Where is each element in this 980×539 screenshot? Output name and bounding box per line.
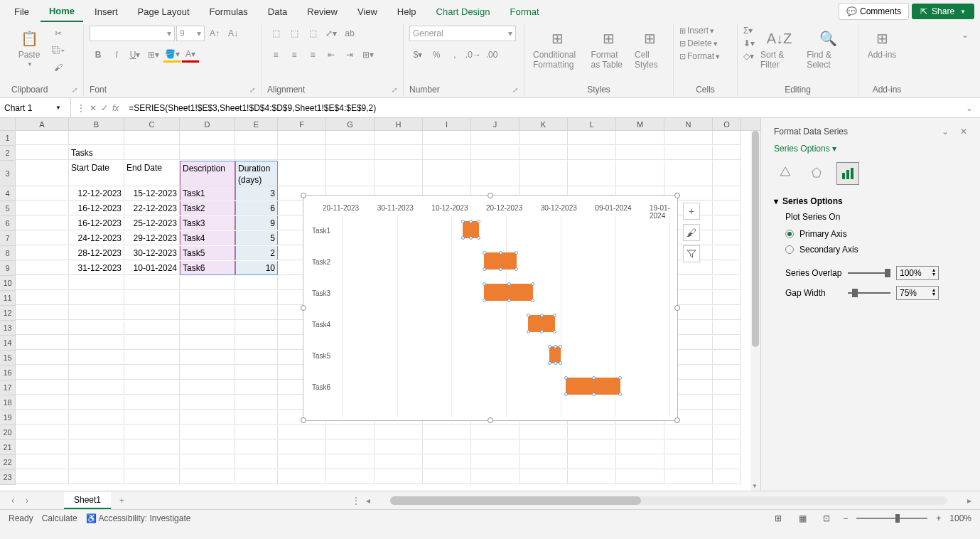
row-header[interactable]: 1 [0,131,16,146]
menu-data[interactable]: Data [259,2,296,21]
close-panel-icon[interactable]: ✕ [960,127,967,137]
cell[interactable] [375,470,423,484]
cell[interactable] [69,380,124,395]
cell[interactable] [124,365,180,380]
cell[interactable] [16,201,69,215]
row-header[interactable]: 19 [0,410,16,425]
cell[interactable] [713,231,741,245]
cell[interactable] [423,455,471,469]
format-painter-button[interactable]: 🖌 [50,60,67,75]
sheet-tab[interactable]: Sheet1 [64,492,111,509]
addins-button[interactable]: ⊞Add-ins [864,26,900,63]
cell[interactable] [423,146,471,160]
formula-input[interactable]: =SERIES(Sheet1!$E$3,Sheet1!$D$4:$D$9,She… [124,103,959,113]
cell[interactable] [180,440,235,454]
series-options-section[interactable]: ▾ Series Options [774,196,967,206]
cell[interactable]: Task6 [180,261,235,275]
cell[interactable] [16,146,69,160]
cell[interactable] [326,440,375,454]
cell[interactable] [16,336,69,350]
gap-width-input[interactable]: 75%▴▾ [896,286,939,300]
cell[interactable]: 10 [235,261,278,275]
cell[interactable] [180,291,235,305]
cell[interactable]: Tasks [69,146,124,160]
cell[interactable] [664,440,713,454]
cell[interactable] [664,131,713,145]
orientation-button[interactable]: ⤢▾ [323,26,340,41]
cell[interactable] [235,455,278,469]
cell[interactable] [713,261,741,275]
cell[interactable] [616,470,664,484]
cell[interactable] [713,455,741,469]
cell[interactable] [69,470,124,484]
secondary-axis-radio[interactable]: Secondary Axis [774,242,967,257]
horizontal-scrollbar[interactable] [390,496,947,505]
cell[interactable] [713,321,741,335]
prev-sheet-button[interactable]: ‹ [9,496,17,506]
font-size-selector[interactable]: 9▾ [176,26,205,41]
expand-formula-icon[interactable]: ⌄ [959,103,980,113]
col-header[interactable]: A [16,118,69,130]
cell[interactable] [713,186,741,201]
new-sheet-button[interactable]: + [117,496,127,506]
cell[interactable] [326,455,375,469]
menu-format[interactable]: Format [501,2,547,21]
cell[interactable] [69,336,124,350]
cell[interactable] [69,131,124,145]
row-header[interactable]: 20 [0,425,16,440]
cell[interactable] [124,410,180,425]
zoom-out-button[interactable]: − [843,513,848,523]
cell-styles-button[interactable]: ⊞Cell Styles [632,26,667,73]
cell[interactable]: 6 [235,201,278,215]
cell[interactable]: 31-12-2023 [69,261,124,275]
menu-page-layout[interactable]: Page Layout [129,2,198,21]
cell[interactable] [180,336,235,350]
cell[interactable] [375,440,423,454]
cell[interactable] [16,410,69,425]
cell[interactable] [180,425,235,439]
col-header[interactable]: L [568,118,616,130]
align-left-button[interactable]: ≡ [267,47,284,63]
cell[interactable] [713,410,741,425]
cell[interactable] [568,425,616,439]
cell[interactable] [278,161,326,186]
vertical-scrollbar[interactable]: ▼ [750,131,760,491]
cell[interactable] [664,455,713,469]
format-cells-button[interactable]: ⊡ Format ▾ [679,51,720,61]
cell[interactable]: End Date [124,161,180,186]
cell[interactable]: 16-12-2023 [69,216,124,230]
align-bottom-button[interactable]: ⬚ [304,26,321,41]
cell[interactable] [16,321,69,335]
cell[interactable] [278,470,326,484]
cell[interactable] [124,440,180,454]
select-all-cell[interactable] [0,118,16,130]
cell[interactable] [69,365,124,380]
cell[interactable] [568,440,616,454]
fill-color-button[interactable]: 🪣▾ [163,47,181,63]
cell[interactable] [69,306,124,320]
cell[interactable] [519,131,568,145]
increase-decimal-button[interactable]: .0→ [465,47,482,63]
cell[interactable] [713,131,741,145]
cell[interactable]: 24-12-2023 [69,231,124,245]
cell[interactable]: 10-01-2024 [124,261,180,275]
cell[interactable] [423,161,471,186]
cell[interactable] [713,146,741,160]
effects-tab[interactable] [805,162,828,185]
cell[interactable] [664,161,713,186]
panel-subtitle[interactable]: Series Options ▾ [774,144,967,154]
comments-button[interactable]: 💬 Comments [839,3,909,20]
cell[interactable] [180,455,235,469]
cell[interactable]: 2 [235,246,278,260]
accounting-button[interactable]: $▾ [409,47,426,63]
row-header[interactable]: 23 [0,470,16,485]
cell[interactable] [235,380,278,395]
cell[interactable] [235,336,278,350]
row-header[interactable]: 18 [0,395,16,410]
col-header[interactable]: N [664,118,713,130]
cell[interactable] [326,131,375,145]
cell[interactable] [16,351,69,365]
row-header[interactable]: 5 [0,201,16,216]
cell[interactable] [278,131,326,145]
row-header[interactable]: 22 [0,455,16,470]
